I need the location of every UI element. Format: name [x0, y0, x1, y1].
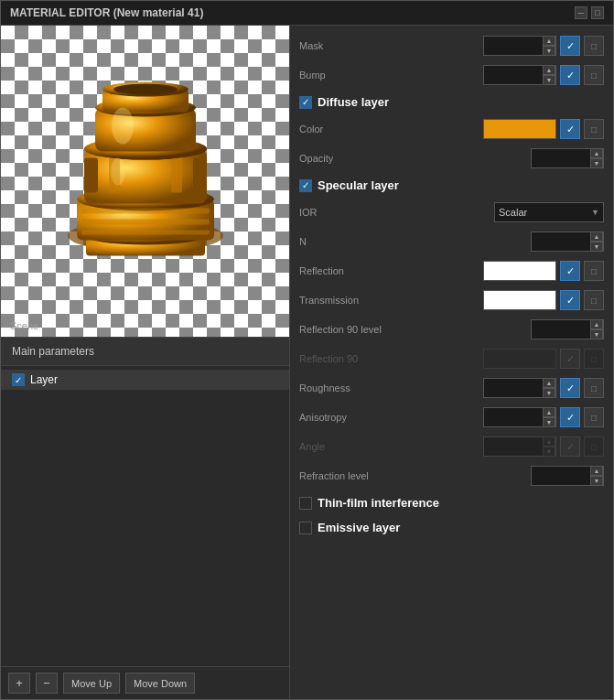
restore-button[interactable]: □ — [591, 6, 604, 19]
svg-point-20 — [112, 108, 134, 145]
opacity-spinbox[interactable]: 100.00 ▲ ▼ — [531, 148, 604, 168]
reflection-90-level-spinbox[interactable]: 0.00 ▲ ▼ — [531, 319, 604, 339]
svg-rect-11 — [193, 158, 207, 193]
reflection-controls: ✓ □ — [483, 261, 604, 281]
bump-label: Bump — [299, 70, 483, 81]
mask-row: Mask 100.00 ▲ ▼ ✓ □ — [290, 31, 613, 60]
color-enable-toggle[interactable]: ✓ — [560, 119, 580, 139]
bump-input[interactable]: 0.000 — [488, 70, 543, 81]
bump-map-button[interactable]: □ — [584, 65, 604, 85]
n-increment[interactable]: ▲ — [590, 232, 603, 242]
layer-checkbox[interactable]: ✓ — [12, 373, 25, 386]
color-swatch[interactable] — [483, 119, 556, 139]
roughness-increment[interactable]: ▲ — [543, 378, 555, 388]
svg-rect-5 — [81, 209, 210, 214]
anisotropy-spin-arrows: ▲ ▼ — [543, 407, 555, 427]
svg-rect-10 — [84, 158, 98, 193]
reflection-90-label: Reflection 90 — [299, 353, 483, 364]
add-layer-button[interactable]: + — [8, 673, 30, 694]
mask-spinbox[interactable]: 100.00 ▲ ▼ — [483, 36, 556, 56]
move-up-button[interactable]: Move Up — [63, 673, 120, 694]
minimize-button[interactable]: ─ — [575, 6, 587, 19]
mask-decrement[interactable]: ▼ — [543, 46, 555, 56]
roughness-spinbox[interactable]: 0.00 ▲ ▼ — [483, 378, 556, 398]
roughness-input[interactable]: 0.00 — [488, 382, 543, 393]
refraction-level-decrement[interactable]: ▼ — [590, 476, 603, 486]
angle-input: 0.00 — [488, 441, 543, 452]
angle-enable-toggle: ✓ — [560, 436, 580, 457]
reflection-90-level-input[interactable]: 0.00 — [535, 324, 590, 335]
refraction-level-row: Refraction level 0.00 ▲ ▼ — [290, 461, 613, 490]
transmission-map-button[interactable]: □ — [584, 290, 604, 310]
n-input[interactable]: 3.000 — [535, 236, 590, 247]
color-controls: ✓ □ — [483, 119, 604, 139]
refraction-level-increment[interactable]: ▲ — [590, 466, 603, 476]
ior-dropdown-arrow: ▼ — [591, 208, 599, 217]
list-item[interactable]: ✓ Layer — [1, 370, 289, 390]
scene-label: Scene — [10, 320, 38, 331]
diffuse-layer-checkbox[interactable]: ✓ — [299, 96, 312, 109]
3d-object-preview — [49, 53, 242, 300]
ior-label: IOR — [299, 207, 494, 218]
specular-layer-header: ✓ Specular layer — [290, 173, 613, 198]
opacity-input[interactable]: 100.00 — [535, 153, 590, 164]
reflection-90-level-increment[interactable]: ▲ — [590, 319, 603, 329]
anisotropy-decrement[interactable]: ▼ — [543, 417, 555, 427]
reflection-90-row: Reflection 90 ✓ □ — [290, 344, 613, 373]
anisotropy-input[interactable]: 0.00 — [488, 412, 543, 423]
anisotropy-spinbox[interactable]: 0.00 ▲ ▼ — [483, 407, 556, 427]
mask-input[interactable]: 100.00 — [488, 40, 543, 51]
bump-decrement[interactable]: ▼ — [543, 75, 555, 85]
color-row: Color ✓ □ — [290, 114, 613, 144]
remove-layer-button[interactable]: − — [36, 673, 58, 694]
mask-label: Mask — [299, 40, 483, 51]
transmission-swatch[interactable] — [483, 290, 556, 310]
opacity-decrement[interactable]: ▼ — [590, 158, 603, 168]
bump-enable-toggle[interactable]: ✓ — [560, 65, 580, 85]
mask-enable-toggle[interactable]: ✓ — [560, 36, 580, 56]
main-content: Scene Main parameters ✓ Layer + − Move U… — [1, 26, 613, 699]
anisotropy-map-button[interactable]: □ — [584, 407, 604, 427]
mask-map-button[interactable]: □ — [584, 36, 604, 56]
reflection-enable-toggle[interactable]: ✓ — [560, 261, 580, 281]
angle-spinbox: 0.00 ▲ ▼ — [483, 436, 556, 457]
move-down-button[interactable]: Move Down — [125, 673, 195, 694]
mask-spin-arrows: ▲ ▼ — [543, 36, 555, 56]
transmission-label: Transmission — [299, 295, 483, 306]
angle-controls: 0.00 ▲ ▼ ✓ □ — [483, 436, 604, 457]
thin-film-checkbox[interactable] — [299, 497, 312, 510]
refraction-level-controls: 0.00 ▲ ▼ — [531, 466, 604, 486]
color-map-button[interactable]: □ — [584, 119, 604, 139]
reflection-90-level-controls: 0.00 ▲ ▼ — [531, 319, 604, 339]
reflection-90-level-decrement[interactable]: ▼ — [590, 329, 603, 339]
ior-row: IOR Scalar ▼ — [290, 198, 613, 227]
right-panel: Mask 100.00 ▲ ▼ ✓ □ Bump — [289, 26, 613, 699]
mask-increment[interactable]: ▲ — [543, 36, 555, 46]
opacity-increment[interactable]: ▲ — [590, 148, 603, 158]
n-label: N — [299, 236, 531, 247]
emissive-layer-checkbox[interactable] — [299, 522, 312, 534]
n-decrement[interactable]: ▼ — [590, 242, 603, 252]
reflection-swatch[interactable] — [483, 261, 556, 281]
ior-dropdown[interactable]: Scalar ▼ — [494, 202, 604, 222]
reflection-map-button[interactable]: □ — [584, 261, 604, 281]
angle-row: Angle 0.00 ▲ ▼ ✓ □ — [290, 432, 613, 461]
n-spinbox[interactable]: 3.000 ▲ ▼ — [531, 232, 604, 252]
opacity-controls: 100.00 ▲ ▼ — [531, 148, 604, 168]
anisotropy-increment[interactable]: ▲ — [543, 407, 555, 417]
roughness-enable-toggle[interactable]: ✓ — [560, 378, 580, 398]
anisotropy-row: Anisotropy 0.00 ▲ ▼ ✓ □ — [290, 403, 613, 432]
diffuse-layer-title: Diffuse layer — [318, 95, 389, 109]
bump-increment[interactable]: ▲ — [543, 65, 555, 75]
refraction-level-spinbox[interactable]: 0.00 ▲ ▼ — [531, 466, 604, 486]
refraction-level-input[interactable]: 0.00 — [535, 470, 590, 481]
roughness-decrement[interactable]: ▼ — [543, 388, 555, 398]
bump-spinbox[interactable]: 0.000 ▲ ▼ — [483, 65, 556, 85]
bump-spin-arrows: ▲ ▼ — [543, 65, 555, 85]
roughness-map-button[interactable]: □ — [584, 378, 604, 398]
specular-layer-checkbox[interactable]: ✓ — [299, 179, 312, 192]
anisotropy-enable-toggle[interactable]: ✓ — [560, 407, 580, 427]
window-title: MATERIAL EDITOR (New material 41) — [10, 6, 203, 19]
roughness-controls: 0.00 ▲ ▼ ✓ □ — [483, 378, 604, 398]
transmission-enable-toggle[interactable]: ✓ — [560, 290, 580, 310]
